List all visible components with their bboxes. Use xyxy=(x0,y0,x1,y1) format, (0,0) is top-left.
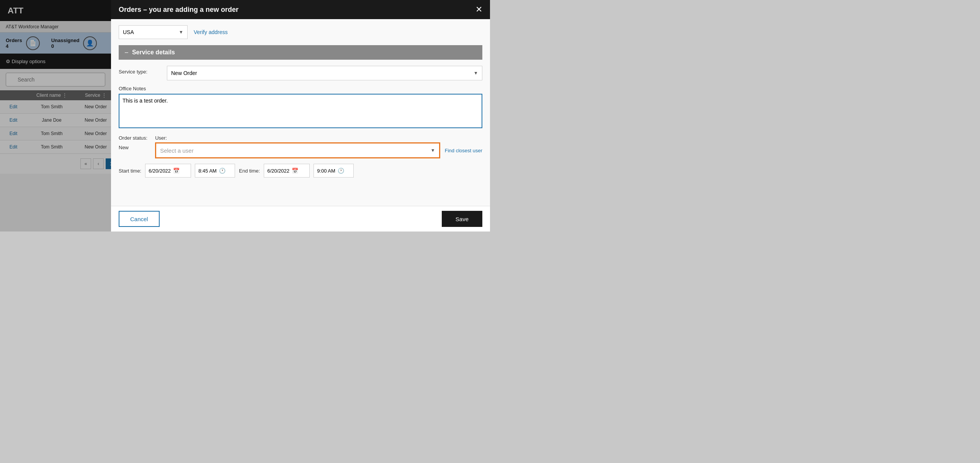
verify-address-link[interactable]: Verify address xyxy=(194,29,228,35)
office-notes-textarea[interactable]: This is a test order. xyxy=(119,94,482,128)
start-time-label: Start time: xyxy=(119,168,141,174)
end-time-input[interactable]: 9:00 AM 🕐 xyxy=(314,164,354,178)
user-select-chevron-icon: ▼ xyxy=(431,148,435,153)
cancel-button[interactable]: Cancel xyxy=(119,211,160,227)
modal-dialog: Orders – you are adding a new order ✕ US… xyxy=(111,0,490,232)
end-time-label: End time: xyxy=(239,168,260,174)
time-row: Start time: 6/20/2022 📅 8:45 AM 🕐 End ti… xyxy=(119,164,482,178)
service-type-row: Service type: New Order ▼ xyxy=(119,66,482,80)
section-collapse-icon[interactable]: – xyxy=(125,49,128,56)
service-type-value: New Order xyxy=(171,70,197,76)
chevron-down-icon: ▼ xyxy=(179,29,183,35)
user-select-row: Select a user ▼ Find closest user xyxy=(155,142,482,158)
country-value: USA xyxy=(123,29,134,35)
status-col: Order status: New xyxy=(119,135,147,150)
clock-icon: 🕐 xyxy=(219,168,225,174)
end-time-value: 9:00 AM xyxy=(317,168,335,174)
service-details-section-header: – Service details xyxy=(119,45,482,60)
user-select-dropdown[interactable]: Select a user ▼ xyxy=(155,142,440,158)
service-type-chevron-icon: ▼ xyxy=(474,70,478,76)
save-button[interactable]: Save xyxy=(442,211,482,227)
modal-close-button[interactable]: ✕ xyxy=(475,5,482,14)
modal-title: Orders – you are adding a new order xyxy=(119,6,238,14)
start-time-value: 8:45 AM xyxy=(198,168,217,174)
order-status-label: Order status: xyxy=(119,135,147,141)
office-notes-section: Office Notes This is a test order. xyxy=(119,86,482,130)
modal-header: Orders – you are adding a new order ✕ xyxy=(111,0,490,19)
find-closest-user-link[interactable]: Find closest user xyxy=(445,148,482,153)
section-title: Service details xyxy=(132,49,175,56)
clock-icon-end: 🕐 xyxy=(338,168,344,174)
start-date-input[interactable]: 6/20/2022 📅 xyxy=(145,164,191,178)
user-col: User: Select a user ▼ Find closest user xyxy=(155,135,482,158)
modal-body: USA ▼ Verify address – Service details S… xyxy=(111,19,490,206)
start-date-value: 6/20/2022 xyxy=(149,168,171,174)
end-date-value: 6/20/2022 xyxy=(267,168,289,174)
calendar-icon-end: 📅 xyxy=(292,168,298,174)
calendar-icon: 📅 xyxy=(173,168,180,174)
start-time-input[interactable]: 8:45 AM 🕐 xyxy=(195,164,235,178)
status-user-row: Order status: New User: Select a user ▼ … xyxy=(119,135,482,158)
user-label: User: xyxy=(155,135,482,141)
service-type-label: Service type: xyxy=(119,66,161,75)
modal-footer: Cancel Save xyxy=(111,206,490,232)
service-type-select[interactable]: New Order ▼ xyxy=(167,66,482,80)
end-date-input[interactable]: 6/20/2022 📅 xyxy=(264,164,310,178)
country-row: USA ▼ Verify address xyxy=(119,25,482,39)
user-select-placeholder: Select a user xyxy=(160,147,194,154)
office-notes-label: Office Notes xyxy=(119,86,482,91)
country-select[interactable]: USA ▼ xyxy=(119,25,188,39)
order-status-value: New xyxy=(119,142,147,150)
